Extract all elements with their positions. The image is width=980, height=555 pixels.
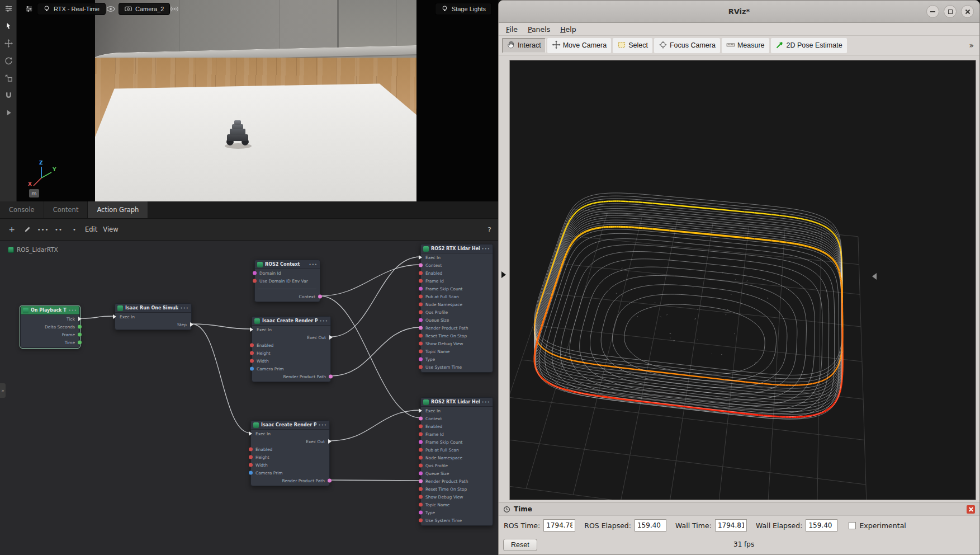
options-dots-button[interactable] (54, 224, 64, 234)
close-button[interactable] (961, 5, 974, 18)
edit-pencil-button[interactable] (22, 224, 32, 234)
wall-elapsed-input[interactable] (806, 519, 837, 532)
toolbar-overflow-chevron[interactable]: » (969, 41, 976, 50)
panel-close-button[interactable] (967, 505, 975, 514)
stage-lights-button[interactable]: Stage Lights (435, 3, 492, 15)
tool-mixer-icon[interactable] (0, 0, 17, 17)
input-port[interactable] (419, 511, 423, 515)
input-port[interactable] (419, 448, 423, 452)
menu-file[interactable]: File (501, 24, 523, 35)
viewport-3d[interactable]: RTX - Real-Time Camera_2 Stage Lights Z … (17, 0, 498, 201)
graph-node-ros2-rtx-lidar-helper-1[interactable]: ROS2 RTX Lidar Helper•••Exec InContextEn… (420, 244, 493, 373)
input-port[interactable] (253, 279, 257, 283)
visibility-eye-icon[interactable] (105, 4, 116, 14)
input-port[interactable] (419, 503, 423, 507)
input-port[interactable] (419, 487, 423, 491)
input-port[interactable] (419, 271, 423, 275)
output-port[interactable] (78, 333, 82, 337)
input-port[interactable] (250, 327, 253, 332)
toolbar-button-2d-pose-estimate[interactable]: 2D Pose Estimate (771, 38, 847, 53)
viewport-settings-icon[interactable] (23, 4, 35, 14)
reset-button[interactable]: Reset (503, 539, 537, 551)
experimental-checkbox[interactable] (849, 522, 856, 529)
input-port[interactable] (250, 344, 254, 347)
input-port[interactable] (419, 255, 422, 260)
output-port[interactable] (78, 341, 82, 345)
input-port[interactable] (419, 365, 423, 369)
menu-panels[interactable]: Panels (523, 24, 555, 35)
input-port[interactable] (249, 471, 253, 475)
panel-collapse-handle[interactable] (0, 383, 6, 398)
output-port[interactable] (329, 375, 333, 379)
input-port[interactable] (249, 463, 253, 467)
input-port[interactable] (419, 417, 423, 421)
output-port[interactable] (190, 322, 193, 327)
input-port[interactable] (419, 311, 423, 314)
input-port[interactable] (419, 326, 423, 330)
rviz-3d-view[interactable] (509, 60, 976, 500)
input-port[interactable] (419, 279, 423, 283)
tab-console[interactable]: Console (0, 201, 44, 218)
minimize-button[interactable] (926, 5, 939, 18)
input-port[interactable] (419, 295, 423, 299)
time-panel-header[interactable]: Time (499, 502, 979, 516)
add-node-button[interactable]: + (7, 224, 17, 234)
camera-select-button[interactable]: Camera_2 (119, 3, 170, 15)
menu-edit[interactable]: Edit (85, 225, 97, 233)
input-port[interactable] (250, 359, 254, 363)
input-port[interactable] (249, 431, 252, 436)
tool-snap-icon[interactable] (0, 87, 17, 104)
toolbar-button-select[interactable]: Select (613, 38, 652, 53)
node-menu-dots-icon[interactable]: ••• (309, 262, 318, 267)
renderer-mode-button[interactable]: RTX - Real-Time (37, 3, 106, 15)
input-port[interactable] (419, 342, 423, 346)
input-port[interactable] (419, 495, 423, 499)
node-menu-dots-icon[interactable]: ••• (69, 308, 77, 313)
input-port[interactable] (419, 358, 423, 361)
menu-view[interactable]: View (103, 225, 118, 233)
graph-node-isaac-create-render-product-1[interactable]: Isaac Create Render Product•••Exec InExe… (252, 316, 331, 382)
input-port[interactable] (419, 472, 423, 476)
output-port[interactable] (78, 325, 82, 329)
tool-scale-icon[interactable] (0, 69, 17, 87)
input-port[interactable] (419, 432, 423, 436)
tool-rotate-icon[interactable] (0, 52, 17, 69)
input-port[interactable] (250, 351, 254, 355)
node-menu-dots-icon[interactable]: ••• (482, 400, 490, 405)
graph-node-ros2-rtx-lidar-helper-2[interactable]: ROS2 RTX Lidar Helper•••Exec InContextEn… (420, 397, 493, 526)
output-port[interactable] (328, 479, 332, 483)
audio-wireless-icon[interactable] (169, 4, 180, 14)
menu-help[interactable]: Help (555, 24, 581, 35)
node-menu-dots-icon[interactable]: ••• (319, 423, 327, 427)
input-port[interactable] (419, 425, 423, 429)
rviz-titlebar[interactable]: RViz* (499, 1, 979, 23)
input-port[interactable] (419, 479, 423, 483)
output-port[interactable] (329, 335, 333, 340)
toolbar-button-measure[interactable]: Measure (722, 38, 769, 53)
output-port[interactable] (78, 317, 82, 321)
input-port[interactable] (249, 455, 253, 459)
tool-play-icon[interactable] (0, 104, 17, 121)
input-port[interactable] (419, 464, 423, 468)
input-port[interactable] (419, 350, 423, 354)
maximize-button[interactable] (944, 5, 957, 18)
input-port[interactable] (419, 287, 423, 291)
node-menu-dots-icon[interactable]: ••• (181, 306, 189, 311)
graph-node-isaac-create-render-product-2[interactable]: Isaac Create Render Product•••Exec InExe… (250, 420, 330, 486)
graph-node-ros2-context[interactable]: ROS2 Context•••Domain IdUse Domain ID En… (254, 260, 320, 302)
help-button[interactable]: ? (487, 225, 491, 234)
graph-node-on-playback-tick[interactable]: On Playback Tick•••TickDelta SecondsFram… (20, 305, 80, 348)
node-menu-dots-icon[interactable]: ••• (320, 319, 328, 323)
toolbar-button-interact[interactable]: Interact (502, 38, 546, 53)
tool-move-icon[interactable] (0, 35, 17, 52)
tab-action-graph[interactable]: Action Graph (88, 201, 148, 218)
input-port[interactable] (419, 318, 423, 322)
input-port[interactable] (419, 264, 423, 267)
ros-time-input[interactable] (543, 519, 575, 532)
node-menu-dots-icon[interactable]: ••• (482, 247, 490, 251)
input-port[interactable] (419, 519, 423, 523)
tool-pointer-icon[interactable] (0, 17, 17, 35)
toolbar-button-focus-camera[interactable]: Focus Camera (654, 38, 720, 53)
input-port[interactable] (419, 440, 423, 444)
output-port[interactable] (328, 439, 332, 444)
